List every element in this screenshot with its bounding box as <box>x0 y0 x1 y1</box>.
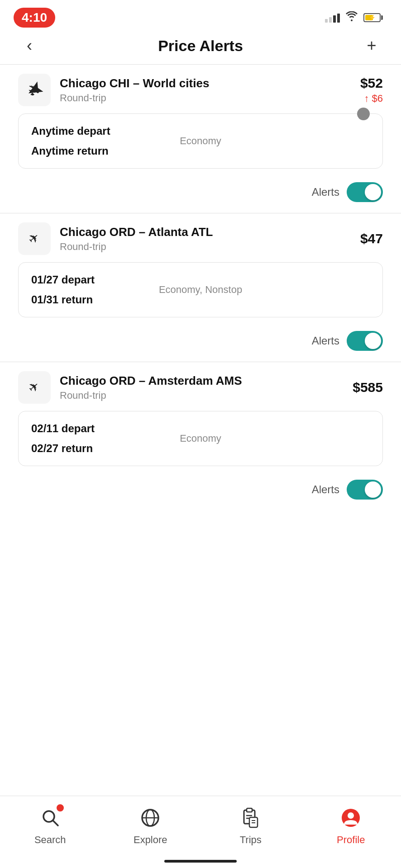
alert-price: $47 <box>360 231 383 246</box>
alert-item: ✈ Chicago CHI – World cities Round-trip … <box>0 65 401 169</box>
class-label: Economy, Nonstop <box>159 284 242 296</box>
battery-icon: ⚡ <box>363 13 383 22</box>
svg-text:✈: ✈ <box>25 378 43 396</box>
page-title: Price Alerts <box>158 37 243 55</box>
svg-point-16 <box>348 812 354 819</box>
alert-item: ✈ Chicago ORD – Amsterdam AMS Round-trip… <box>0 362 401 466</box>
nav-item-search[interactable]: Search <box>14 805 86 846</box>
svg-text:✈: ✈ <box>25 230 43 247</box>
plane-icon: ✈ <box>25 80 44 99</box>
alert-route-row: ✈ Chicago ORD – Amsterdam AMS Round-trip… <box>18 371 383 404</box>
profile-icon <box>338 805 363 830</box>
alerts-toggle-row: Alerts <box>0 475 401 510</box>
plane-icon-box: ✈ <box>18 74 51 106</box>
details-box: 02/11 depart Economy 02/27 return <box>18 411 383 466</box>
nav-label-search: Search <box>34 834 66 846</box>
add-button[interactable]: + <box>360 36 383 55</box>
wifi-icon <box>345 11 358 24</box>
price-change: ↑ $6 <box>360 93 383 104</box>
alerts-toggle[interactable] <box>347 331 383 351</box>
svg-line-4 <box>53 821 58 826</box>
alert-item: ✈ Chicago ORD – Atlanta ATL Round-trip $… <box>0 213 401 317</box>
class-label: Economy <box>180 433 221 444</box>
alerts-toggle-row: Alerts <box>0 326 401 362</box>
price-value: $52 <box>360 75 383 91</box>
plane-icon-box: ✈ <box>18 222 51 255</box>
alert-route-row: ✈ Chicago CHI – World cities Round-trip … <box>18 74 383 106</box>
trip-type: Round-trip <box>60 92 209 104</box>
route-name: Chicago ORD – Atlanta ATL <box>60 225 213 239</box>
route-name: Chicago CHI – World cities <box>60 76 209 90</box>
trips-icon <box>238 805 263 830</box>
price-value: $585 <box>353 380 383 395</box>
alerts-label: Alerts <box>312 483 339 496</box>
alerts-toggle[interactable] <box>347 182 383 202</box>
trip-type: Round-trip <box>60 241 213 253</box>
alert-price: $52 ↑ $6 <box>360 75 383 104</box>
detail-dot <box>357 108 370 120</box>
price-value: $47 <box>360 231 383 246</box>
nav-item-trips[interactable]: Trips <box>215 805 287 846</box>
bottom-nav: Search Explore Trips <box>0 796 401 868</box>
notification-badge <box>56 803 65 812</box>
search-icon <box>38 805 63 830</box>
alert-route-row: ✈ Chicago ORD – Atlanta ATL Round-trip $… <box>18 222 383 255</box>
toggle-knob <box>365 184 381 200</box>
status-icons: ⚡ <box>325 11 383 24</box>
details-box: Anytime depart Economy Anytime return <box>18 113 383 169</box>
route-name: Chicago ORD – Amsterdam AMS <box>60 374 242 388</box>
back-button[interactable]: ‹ <box>18 36 41 55</box>
status-bar: 4:10 ⚡ <box>0 0 401 32</box>
svg-text:✈: ✈ <box>25 80 42 98</box>
status-time: 4:10 <box>14 8 55 28</box>
details-box: 01/27 depart Economy, Nonstop 01/31 retu… <box>18 262 383 317</box>
explore-icon <box>138 805 163 830</box>
toggle-knob <box>365 333 381 349</box>
page-header: ‹ Price Alerts + <box>0 32 401 64</box>
svg-rect-9 <box>247 808 252 812</box>
nav-label-explore: Explore <box>134 834 167 846</box>
plane-icon: ✈ <box>25 378 44 397</box>
alert-price: $585 <box>353 380 383 395</box>
toggle-knob <box>365 481 381 498</box>
nav-label-profile: Profile <box>337 834 365 846</box>
nav-item-explore[interactable]: Explore <box>114 805 186 846</box>
plane-icon: ✈ <box>25 229 44 248</box>
plane-icon-box: ✈ <box>18 371 51 404</box>
nav-item-profile[interactable]: Profile <box>315 805 387 846</box>
alerts-toggle[interactable] <box>347 480 383 500</box>
trip-type: Round-trip <box>60 390 242 401</box>
alerts-label: Alerts <box>312 186 339 198</box>
alerts-list: ✈ Chicago CHI – World cities Round-trip … <box>0 65 401 587</box>
class-label: Economy <box>180 135 221 147</box>
nav-label-trips: Trips <box>240 834 262 846</box>
alerts-label: Alerts <box>312 335 339 347</box>
alerts-toggle-row: Alerts <box>0 178 401 213</box>
home-indicator <box>164 860 237 863</box>
signal-icon <box>325 13 340 23</box>
